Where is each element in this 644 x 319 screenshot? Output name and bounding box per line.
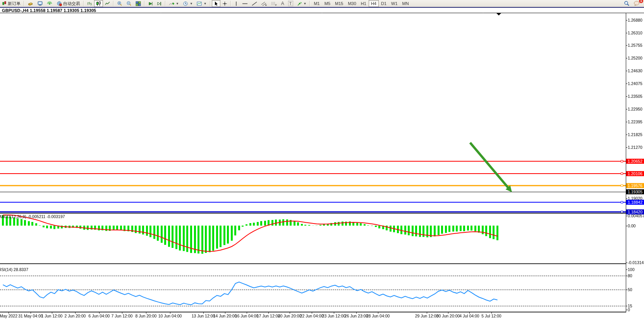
time-axis-label: 22 Jun 04:00 — [300, 314, 324, 318]
data-window-icon — [37, 1, 43, 6]
template-icon — [197, 1, 202, 6]
arrow-shapes-icon — [297, 1, 302, 6]
tile-windows-button[interactable] — [134, 0, 143, 7]
periods-button[interactable]: ▼ — [181, 0, 195, 7]
chart-shift-icon — [157, 1, 162, 6]
macd-axis-label: -0.013143 — [628, 260, 644, 265]
search-icon — [624, 1, 630, 6]
price-axis-label: 1.25200 — [628, 56, 642, 60]
time-axis-label: 8 Jun 20:00 — [136, 314, 157, 318]
timeframe-m30[interactable]: M30 — [345, 0, 358, 7]
price-axis-label: 1.25755 — [628, 43, 642, 48]
toolbar-separator — [309, 1, 310, 6]
timeframe-m15[interactable]: M15 — [333, 0, 345, 7]
timeframe-m5[interactable]: M5 — [322, 0, 333, 7]
time-axis-label: 1 Jun 12:00 — [41, 314, 63, 318]
hline-price-badge[interactable]: 1.19576 — [626, 183, 644, 188]
mt4-terminal: { "toolbar": { "new_order_label": "新订单",… — [0, 0, 644, 319]
chat-button[interactable]: 1 — [632, 0, 642, 7]
market-watch-icon — [27, 1, 33, 6]
toolbar-separator — [113, 1, 114, 6]
time-axis-label: 5 Jul 12:00 — [481, 314, 501, 318]
macd-axis-label: 0.00 — [628, 223, 635, 228]
toolbar-separator — [24, 1, 24, 6]
cursor-icon — [214, 1, 218, 6]
chart-window-title: GBPUSD-,H4 1.19558 1.19587 1.19305 1.193… — [2, 8, 96, 13]
svg-text:E: E — [265, 4, 267, 6]
price-axis-label: 1.26880 — [628, 18, 642, 22]
strategy-tester-button[interactable] — [45, 0, 55, 7]
indicators-icon — [169, 1, 174, 6]
label-tool-button[interactable]: T — [286, 0, 295, 7]
auto-scroll-button[interactable] — [146, 0, 155, 7]
zoom-out-button[interactable] — [124, 0, 134, 7]
timeframe-w1[interactable]: W1 — [389, 0, 400, 7]
new-order-label: 新订单 — [8, 1, 21, 7]
price-axis-label: 1.22950 — [628, 107, 642, 111]
rsi-axis-label: 0 — [628, 307, 630, 312]
rsi-axis-label: 50 — [628, 287, 632, 292]
search-button[interactable] — [622, 0, 632, 7]
time-axis-label: 31 May 04:00 — [18, 314, 43, 318]
autotrading-label: 自动交易 — [63, 1, 80, 7]
hline-price-badge[interactable]: 1.18842 — [626, 200, 644, 205]
price-axis-label: 1.24630 — [628, 68, 642, 73]
candle-chart-button[interactable] — [94, 0, 103, 7]
price-axis-label: 1.23505 — [628, 94, 642, 99]
time-axis-label: 13 Jun 12:00 — [192, 314, 215, 318]
timeframe-group: M1M5M15M30H1H4D1W1MN — [311, 0, 411, 7]
line-chart-icon — [105, 1, 110, 6]
price-axis-label: 1.24075 — [628, 81, 642, 86]
vline-tool-button[interactable] — [232, 0, 240, 7]
time-axis-label: 26 Jun 23:00 — [345, 314, 368, 318]
rsi-indicator-label: RSI(14) 28.8337 — [0, 267, 28, 272]
bar-chart-icon — [87, 1, 92, 6]
price-axis-label: 1.26310 — [628, 31, 642, 35]
time-axis-label: 14 Jun 20:00 — [213, 314, 237, 318]
market-watch-button[interactable] — [26, 0, 35, 7]
arrows-tool-button[interactable]: ▼ — [295, 0, 309, 7]
new-order-button[interactable]: 新订单 — [0, 0, 22, 7]
autotrading-icon — [57, 1, 62, 6]
zoom-out-icon — [126, 1, 132, 6]
timeframe-mn[interactable]: MN — [400, 0, 411, 7]
sonar-icon — [47, 1, 53, 6]
label-tool-icon: T — [288, 1, 293, 6]
price-axis-label: 1.21825 — [628, 132, 642, 137]
crosshair-tool-button[interactable] — [220, 0, 229, 7]
timeframe-d1[interactable]: D1 — [379, 0, 389, 7]
time-axis-label: 17 Jun 12:00 — [257, 314, 280, 318]
timeframe-m1[interactable]: M1 — [311, 0, 322, 7]
autotrading-button[interactable]: 自动交易 — [55, 0, 82, 7]
svg-text:F: F — [275, 4, 277, 6]
time-axis-label: 29 Jun 12:00 — [415, 314, 439, 318]
fibonacci-icon: F — [271, 1, 277, 6]
chart-shift-button[interactable] — [155, 0, 164, 7]
fibonacci-tool-button[interactable]: F — [269, 0, 279, 7]
channel-tool-button[interactable]: E — [259, 0, 269, 7]
hline-price-badge[interactable]: 1.20106 — [626, 171, 644, 176]
line-chart-button[interactable] — [103, 0, 112, 7]
indicators-button[interactable]: ▼ — [167, 0, 181, 7]
timeframe-h4[interactable]: H4 — [369, 0, 379, 7]
data-window-button[interactable] — [35, 0, 45, 7]
trendline-tool-button[interactable] — [250, 0, 259, 7]
main-toolbar: 新订单 自动交易 ▼ ▼ — [0, 0, 644, 7]
arrows-dropdown-caret: ▼ — [304, 2, 307, 5]
timeframe-h1[interactable]: H1 — [359, 0, 369, 7]
periods-dropdown-caret: ▼ — [190, 2, 193, 5]
templates-button[interactable]: ▼ — [195, 0, 209, 7]
text-tool-button[interactable]: A — [279, 0, 286, 7]
cursor-tool-button[interactable] — [212, 0, 220, 7]
chart-canvas[interactable] — [0, 8, 644, 319]
auto-scroll-icon — [148, 1, 153, 6]
zoom-in-button[interactable] — [115, 0, 124, 7]
hline-price-badge[interactable]: 1.18420 — [626, 209, 644, 214]
toolbar-separator — [144, 1, 145, 6]
time-axis-label: 10 Jun 04:00 — [158, 314, 182, 318]
hline-price-badge[interactable]: 1.20652 — [626, 159, 644, 164]
hline-tool-button[interactable] — [240, 0, 250, 7]
time-axis-label: 4 Jul 04:00 — [459, 314, 479, 318]
bar-chart-button[interactable] — [85, 0, 94, 7]
trendline-icon — [252, 1, 257, 6]
